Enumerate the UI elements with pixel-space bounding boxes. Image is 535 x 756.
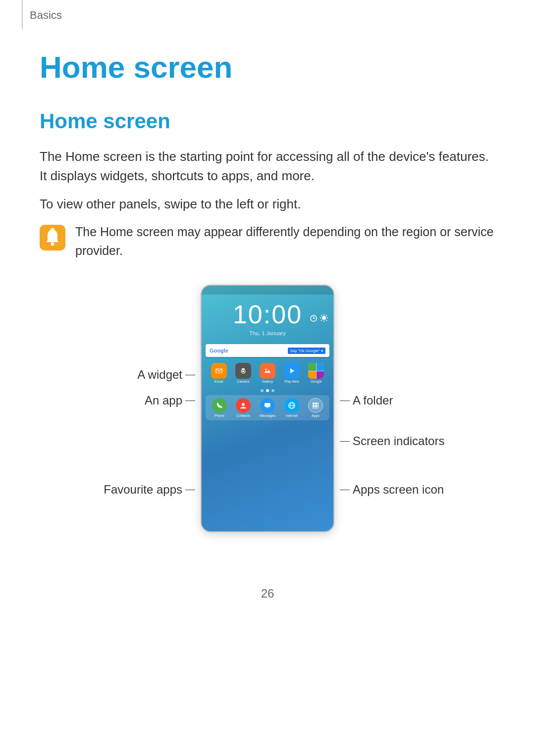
- fav-internet-icon: [284, 398, 299, 413]
- svg-rect-35: [313, 407, 315, 408]
- widget-line: [185, 375, 195, 375]
- play-label: Play films: [284, 380, 299, 383]
- page-content: Home screen Home screen The Home screen …: [0, 0, 535, 660]
- svg-rect-36: [315, 407, 317, 408]
- page-title: Home screen: [40, 50, 495, 85]
- svg-line-14: [321, 320, 322, 321]
- svg-rect-19: [242, 368, 245, 370]
- folder-cell-3: [308, 371, 316, 379]
- diagram-area: 10:00 Thu, 1 January: [40, 280, 495, 557]
- fav-contacts: Contacts: [236, 398, 251, 417]
- fav-internet: Internet: [284, 398, 299, 417]
- svg-point-6: [322, 316, 326, 320]
- indicator-dot-1: [261, 389, 264, 392]
- fav-contacts-icon: [236, 398, 251, 413]
- svg-point-1: [51, 243, 54, 246]
- google-widget: Google Say "Ok Google" ♦: [206, 344, 329, 357]
- page-number: 26: [40, 587, 495, 620]
- camera-label: Camera: [237, 380, 249, 383]
- play-icon: [284, 363, 300, 379]
- note-text: The Home screen may appear differently d…: [75, 223, 495, 260]
- sun-icon: [320, 313, 328, 322]
- svg-rect-25: [265, 403, 270, 407]
- camera-icon: [235, 363, 251, 379]
- camera-app-icon: Camera: [235, 363, 251, 383]
- folder-app-icon: Google: [308, 363, 324, 383]
- svg-rect-20: [263, 366, 272, 375]
- svg-rect-2: [51, 228, 54, 231]
- folder-icon: [308, 363, 324, 379]
- svg-point-24: [242, 403, 245, 406]
- favourite-apps-label: Favourite apps: [104, 483, 198, 497]
- svg-point-21: [265, 369, 267, 370]
- app-row: Email Camera Gallery: [202, 360, 333, 386]
- indicator-dot-2: [266, 389, 269, 392]
- google-widget-label: Google: [210, 348, 228, 353]
- svg-rect-29: [313, 403, 315, 404]
- fav-apps-icon: [308, 398, 323, 413]
- svg-point-18: [242, 370, 244, 372]
- favourite-apps-bar: Phone Contacts Messages: [206, 395, 329, 420]
- phone-date: Thu, 1 January: [202, 330, 333, 336]
- indicators-line: [340, 441, 350, 442]
- breadcrumb: Basics: [30, 9, 62, 22]
- section-title: Home screen: [40, 109, 495, 133]
- fav-apps-label: Apps: [312, 414, 320, 417]
- note-icon: [40, 225, 65, 251]
- svg-line-12: [326, 320, 327, 321]
- svg-rect-34: [318, 405, 319, 407]
- body-paragraph-2: To view other panels, swipe to the left …: [40, 195, 495, 214]
- body-paragraph-1: The Home screen is the starting point fo…: [40, 147, 495, 186]
- folder-line: [340, 401, 350, 401]
- svg-line-13: [326, 315, 327, 316]
- fav-phone-icon: [212, 398, 227, 413]
- app-line: [185, 401, 195, 401]
- phone-mockup: 10:00 Thu, 1 January: [201, 285, 334, 532]
- folder-grid: [308, 363, 324, 379]
- email-icon: [211, 363, 227, 379]
- alarm-icon: [310, 314, 318, 322]
- fav-messages-label: Messages: [260, 414, 275, 417]
- play-app-icon: Play films: [284, 363, 300, 383]
- a-folder-label: A folder: [337, 394, 393, 407]
- svg-rect-30: [315, 403, 317, 404]
- indicator-dot-3: [271, 389, 274, 392]
- fav-contacts-label: Contacts: [236, 414, 250, 417]
- fav-messages: Messages: [260, 398, 275, 417]
- email-label: Email: [214, 380, 223, 383]
- phone-status-bar: [202, 286, 333, 295]
- apps-screen-line: [340, 490, 350, 490]
- note-box: The Home screen may appear differently d…: [40, 223, 495, 260]
- gallery-app-icon: Gallery: [260, 363, 275, 383]
- folder-cell-2: [317, 363, 324, 371]
- fav-internet-label: Internet: [286, 414, 298, 417]
- an-app-label: An app: [145, 394, 198, 407]
- gallery-icon: [260, 363, 275, 379]
- svg-line-11: [321, 315, 322, 316]
- fav-apps: Apps: [308, 398, 323, 417]
- google-mic-btn: Say "Ok Google" ♦: [288, 348, 325, 354]
- apps-screen-icon-label: Apps screen icon: [337, 483, 444, 497]
- phone-top-icons: [310, 313, 328, 322]
- email-app-icon: Email: [211, 363, 227, 383]
- fav-line: [185, 490, 195, 490]
- folder-cell-1: [308, 363, 316, 371]
- svg-rect-31: [318, 403, 319, 404]
- folder-cell-4: [317, 371, 324, 379]
- google-label: Google: [311, 380, 322, 383]
- screen-indicators-row: [202, 389, 333, 392]
- screen-indicators-label: Screen indicators: [337, 434, 444, 448]
- svg-rect-33: [315, 405, 317, 407]
- fav-messages-icon: [260, 398, 275, 413]
- gallery-label: Gallery: [262, 380, 273, 383]
- svg-rect-32: [313, 405, 315, 407]
- page-border: [22, 0, 23, 30]
- fav-phone: Phone: [212, 398, 227, 417]
- a-widget-label: A widget: [137, 368, 198, 382]
- fav-phone-label: Phone: [214, 414, 224, 417]
- svg-rect-37: [318, 407, 319, 408]
